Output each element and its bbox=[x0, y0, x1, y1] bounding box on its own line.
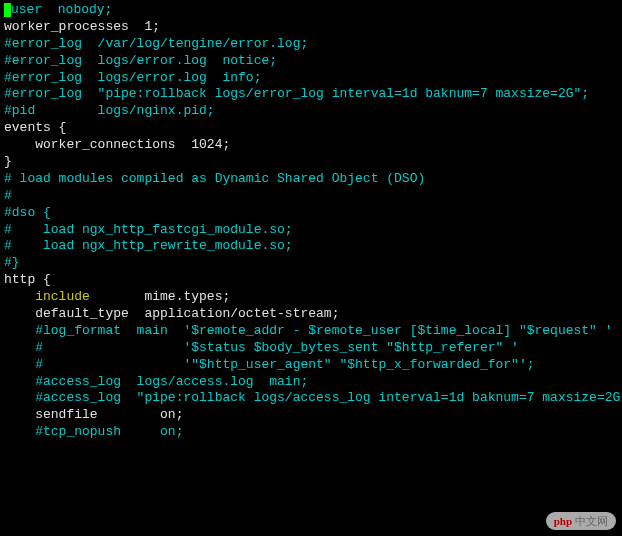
code-line: } bbox=[4, 154, 618, 171]
code-line: user nobody; bbox=[4, 2, 618, 19]
code-line: #error_log logs/error.log info; bbox=[4, 70, 618, 87]
code-line: # load ngx_http_fastcgi_module.so; bbox=[4, 222, 618, 239]
watermark: php 中文网 bbox=[546, 512, 616, 530]
code-line: # '"$http_user_agent" "$http_x_forwarded… bbox=[4, 357, 618, 374]
code-line: worker_connections 1024; bbox=[4, 137, 618, 154]
code-segment: include bbox=[4, 289, 90, 304]
code-segment: # '"$http_user_agent" "$http_x_forwarded… bbox=[4, 357, 535, 372]
code-segment: # load ngx_http_rewrite_module.so; bbox=[4, 238, 293, 253]
code-segment: #} bbox=[4, 255, 20, 270]
code-segment: #access_log "pipe:rollback logs/access_l… bbox=[4, 390, 622, 405]
code-line: http { bbox=[4, 272, 618, 289]
code-line: # load modules compiled as Dynamic Share… bbox=[4, 171, 618, 188]
cursor bbox=[4, 3, 11, 17]
code-segment: worker_connections 1024; bbox=[4, 137, 230, 152]
code-line: #dso { bbox=[4, 205, 618, 222]
code-segment: sendfile on; bbox=[4, 407, 183, 422]
code-segment: default_type application/octet-stream; bbox=[4, 306, 339, 321]
code-segment: # '$status $body_bytes_sent "$http_refer… bbox=[4, 340, 519, 355]
code-segment: #access_log logs/access.log main; bbox=[4, 374, 308, 389]
code-line: # '$status $body_bytes_sent "$http_refer… bbox=[4, 340, 618, 357]
code-line: #access_log "pipe:rollback logs/access_l… bbox=[4, 390, 618, 407]
code-segment: user nobody; bbox=[11, 2, 112, 17]
code-segment: # load ngx_http_fastcgi_module.so; bbox=[4, 222, 293, 237]
code-segment: #pid logs/nginx.pid; bbox=[4, 103, 215, 118]
watermark-text: 中文网 bbox=[575, 514, 608, 528]
code-line: # load ngx_http_rewrite_module.so; bbox=[4, 238, 618, 255]
code-line: #tcp_nopush on; bbox=[4, 424, 618, 441]
code-segment: } bbox=[4, 154, 12, 169]
code-segment: #error_log "pipe:rollback logs/error_log… bbox=[4, 86, 589, 101]
code-line: #error_log logs/error.log notice; bbox=[4, 53, 618, 70]
code-segment: #tcp_nopush on; bbox=[4, 424, 183, 439]
code-line: #} bbox=[4, 255, 618, 272]
code-line: sendfile on; bbox=[4, 407, 618, 424]
code-segment: #error_log logs/error.log info; bbox=[4, 70, 261, 85]
code-segment: # load modules compiled as Dynamic Share… bbox=[4, 171, 425, 186]
code-line: #pid logs/nginx.pid; bbox=[4, 103, 618, 120]
code-line: worker_processes 1; bbox=[4, 19, 618, 36]
code-line: #access_log logs/access.log main; bbox=[4, 374, 618, 391]
code-line: #error_log "pipe:rollback logs/error_log… bbox=[4, 86, 618, 103]
code-segment: #error_log logs/error.log notice; bbox=[4, 53, 277, 68]
code-line: #log_format main '$remote_addr - $remote… bbox=[4, 323, 618, 340]
code-segment: #log_format main '$remote_addr - $remote… bbox=[4, 323, 613, 338]
code-line: include mime.types; bbox=[4, 289, 618, 306]
code-segment: #error_log /var/log/tengine/error.log; bbox=[4, 36, 308, 51]
code-segment: mime.types; bbox=[90, 289, 230, 304]
code-line: default_type application/octet-stream; bbox=[4, 306, 618, 323]
code-line: # bbox=[4, 188, 618, 205]
code-segment: http { bbox=[4, 272, 51, 287]
code-line: events { bbox=[4, 120, 618, 137]
terminal-viewport[interactable]: user nobody;worker_processes 1;#error_lo… bbox=[4, 2, 618, 441]
code-segment: events { bbox=[4, 120, 66, 135]
watermark-logo: php bbox=[554, 514, 572, 528]
code-segment: worker_processes 1; bbox=[4, 19, 160, 34]
code-line: #error_log /var/log/tengine/error.log; bbox=[4, 36, 618, 53]
code-segment: #dso { bbox=[4, 205, 51, 220]
code-segment: # bbox=[4, 188, 12, 203]
